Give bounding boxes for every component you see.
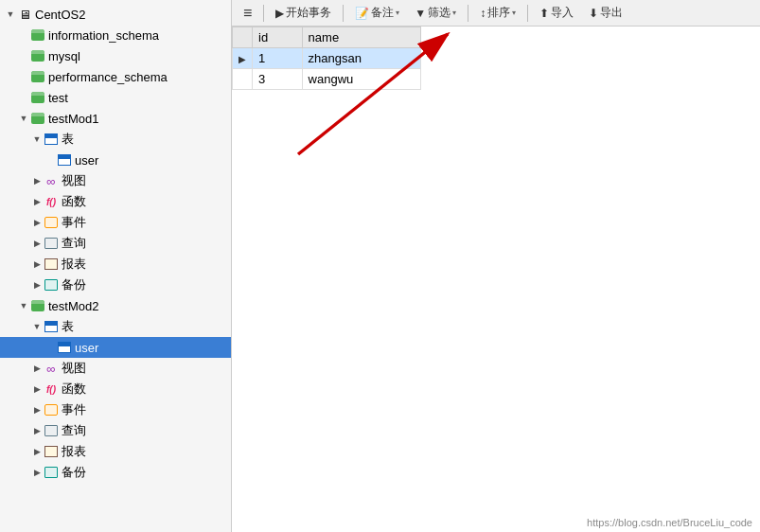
query-group-icon: [44, 236, 59, 251]
expand-icon: ▶: [30, 174, 44, 187]
backup-group-icon: [44, 277, 59, 293]
expand-icon: [44, 153, 57, 167]
menu-button[interactable]: ≡: [238, 3, 257, 24]
sidebar-item-testMod1_reports[interactable]: ▶报表: [0, 254, 231, 275]
sidebar-item-label: user: [75, 341, 98, 355]
filter-button[interactable]: ▼筛选▾: [409, 3, 462, 23]
view-group-icon: ∞: [44, 173, 59, 188]
sidebar-item-testMod2_queries[interactable]: ▶查询: [0, 420, 231, 441]
sidebar-item-testMod1_user[interactable]: user: [0, 150, 231, 170]
expand-icon: ▼: [4, 8, 17, 21]
sidebar-item-testMod2_backups[interactable]: ▶备份: [0, 462, 231, 483]
cell-id: 1: [253, 48, 303, 69]
toolbar-separator: [527, 5, 528, 22]
expand-icon: ▼: [30, 133, 44, 146]
report-group-icon: [44, 257, 59, 272]
report-group-icon: [44, 444, 59, 459]
menu-icon: ≡: [243, 5, 252, 22]
sidebar-item-testMod2[interactable]: ▼testMod2: [0, 295, 231, 316]
start-transaction-label: 开始事务: [286, 5, 331, 21]
sidebar-item-centOS2[interactable]: ▼🖥CentOS2: [0, 4, 231, 25]
cell-name: wangwu: [302, 69, 420, 90]
sidebar-item-label: 查询: [62, 235, 86, 252]
table-container: idname1zhangsan3wangwu: [232, 27, 760, 532]
expand-icon: ▶: [30, 237, 44, 250]
sidebar-item-label: 函数: [62, 381, 86, 398]
sidebar-item-label: 事件: [62, 214, 86, 231]
start-transaction-button[interactable]: ▶开始事务: [270, 3, 337, 23]
table-group-icon: [44, 319, 59, 334]
expand-icon: [17, 70, 30, 83]
import-button[interactable]: ⬆导入: [534, 3, 579, 23]
db-icon: [30, 298, 45, 313]
func-group-icon: f(): [44, 381, 59, 397]
sidebar-item-label: user: [75, 153, 98, 168]
start-transaction-icon: ▶: [275, 7, 284, 20]
sidebar-item-label: performance_schema: [48, 70, 168, 84]
expand-icon: [17, 28, 30, 42]
func-group-icon: f(): [44, 194, 59, 209]
sidebar-item-testMod1_queries[interactable]: ▶查询: [0, 233, 231, 254]
row-indicator: [233, 69, 253, 90]
sidebar-item-label: test: [48, 91, 68, 105]
sidebar-item-testMod1_events[interactable]: ▶事件: [0, 212, 231, 233]
table-row[interactable]: 1zhangsan: [233, 48, 421, 69]
sidebar-item-label: mysql: [48, 49, 80, 63]
sidebar-item-label: testMod1: [48, 112, 98, 126]
sidebar-item-performance_schema[interactable]: performance_schema: [0, 66, 231, 87]
expand-icon: [17, 49, 30, 62]
cell-name: zhangsan: [302, 48, 420, 69]
watermark: https://blog.csdn.net/BruceLiu_code: [587, 517, 752, 528]
db-icon: [30, 48, 45, 63]
view-group-icon: ∞: [44, 361, 59, 376]
sidebar-item-testMod2_reports[interactable]: ▶报表: [0, 441, 231, 462]
table-header-name: name: [302, 27, 420, 48]
main-container: ▼🖥CentOS2information_schemamysqlperforma…: [0, 0, 760, 532]
sort-button[interactable]: ↕排序▾: [474, 3, 521, 23]
sidebar-item-test[interactable]: test: [0, 87, 231, 108]
expand-icon: ▼: [17, 299, 30, 312]
sort-label: 排序: [487, 5, 510, 21]
notes-icon: 📝: [355, 7, 369, 20]
expand-icon: ▶: [30, 382, 44, 396]
sidebar-item-label: 报表: [62, 256, 86, 273]
sidebar-item-label: testMod2: [48, 299, 98, 313]
sidebar-item-testMod1_tables[interactable]: ▼表: [0, 129, 231, 150]
sidebar-item-testMod2_events[interactable]: ▶事件: [0, 399, 231, 420]
sidebar-item-testMod2_views[interactable]: ▶∞视图: [0, 358, 231, 379]
sidebar-item-testMod2_user[interactable]: user: [0, 337, 231, 358]
backup-group-icon: [44, 465, 59, 480]
expand-icon: ▶: [30, 424, 44, 437]
sidebar-item-label: information_schema: [48, 28, 159, 43]
export-icon: ⬇: [589, 7, 598, 20]
sidebar-item-information_schema[interactable]: information_schema: [0, 25, 231, 45]
toolbar-separator: [468, 5, 468, 22]
sidebar-item-testMod2_funcs[interactable]: ▶f()函数: [0, 379, 231, 399]
event-group-icon: [44, 215, 59, 230]
expand-icon: ▼: [30, 320, 44, 333]
sidebar-item-label: 视图: [62, 360, 86, 377]
sidebar-item-testMod2_tables[interactable]: ▼表: [0, 316, 231, 337]
row-indicator: [233, 48, 253, 69]
sort-icon: ↕: [480, 7, 486, 20]
db-icon: [30, 111, 45, 126]
sidebar-item-label: 备份: [62, 464, 86, 481]
sidebar-item-label: 表: [62, 131, 74, 148]
export-button[interactable]: ⬇导出: [583, 3, 628, 23]
sidebar-item-testMod1[interactable]: ▼testMod1: [0, 108, 231, 129]
table-icon: [57, 340, 72, 355]
sidebar-item-testMod1_funcs[interactable]: ▶f()函数: [0, 191, 231, 212]
sidebar-item-label: 函数: [62, 193, 86, 210]
expand-icon: [17, 91, 30, 104]
sidebar-item-mysql[interactable]: mysql: [0, 45, 231, 66]
expand-icon: ▶: [30, 278, 44, 292]
notes-button[interactable]: 📝备注▾: [349, 3, 405, 23]
content-area: ≡▶开始事务📝备注▾▼筛选▾↕排序▾⬆导入⬇导出 idname1zhangsan…: [232, 0, 760, 532]
notes-label: 备注: [371, 5, 394, 21]
expand-icon: ▶: [30, 216, 44, 229]
sidebar-item-testMod1_backups[interactable]: ▶备份: [0, 275, 231, 295]
sort-dropdown-arrow: ▾: [512, 9, 516, 17]
sidebar-item-testMod1_views[interactable]: ▶∞视图: [0, 170, 231, 191]
table-icon: [57, 152, 72, 168]
table-row[interactable]: 3wangwu: [233, 69, 421, 90]
